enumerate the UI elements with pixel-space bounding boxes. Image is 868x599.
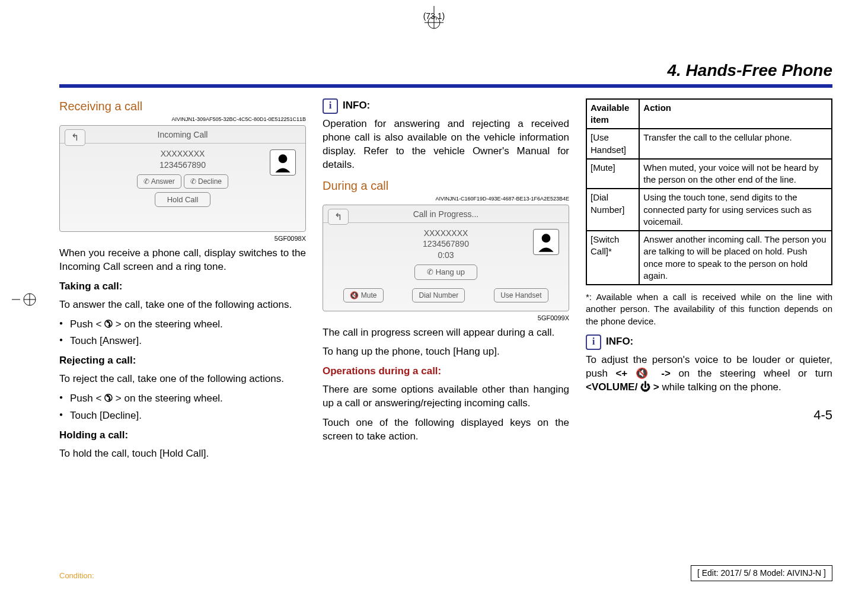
column-1: Receiving a call AIVINJN1-309AF505-32BC-…: [59, 98, 306, 467]
svg-point-9: [542, 234, 551, 243]
fig2-number: 1234567890: [323, 238, 569, 250]
heading-holding-call: Holding a call:: [59, 429, 306, 442]
fig1-name: XXXXXXXX: [60, 148, 305, 160]
switch-call-footnote: *: Available when a call is received whi…: [586, 291, 832, 327]
info-label: INFO:: [343, 99, 370, 113]
heading-taking-call: Taking a call:: [59, 280, 306, 294]
figure-call-progress: ↰ Call in Progress... XXXXXXXX 123456789…: [323, 205, 569, 311]
back-icon: ↰: [65, 129, 85, 146]
col1-para1: When you receive a phone call, display s…: [59, 247, 306, 274]
col3-info-text: To adjust the person's voice to be loude…: [586, 353, 832, 394]
info-box-2: i INFO:: [586, 334, 832, 350]
cell-dial-number: [Dial Number]: [586, 189, 639, 231]
bullet-push-answer: Push < ✆ > on the steering wheel.: [59, 318, 306, 332]
col2-para1: Operation for answering and rejecting a …: [323, 117, 569, 172]
col2-para2: The call in progress screen will appear …: [323, 326, 569, 340]
fig2-time: 0:03: [323, 250, 569, 261]
avatar-icon: [270, 149, 296, 176]
guid-1: AIVINJN1-309AF505-32BC-4C5C-80D1-0E51225…: [59, 116, 306, 123]
fig2-handset-btn: Use Handset: [494, 288, 548, 302]
fig2-name: XXXXXXXX: [323, 228, 569, 239]
table-row: [Dial Number] Using the touch tone, send…: [586, 189, 832, 231]
page-number: 4-5: [586, 406, 832, 424]
fig2-title: Call in Progress...: [323, 205, 569, 223]
cell-use-handset-action: Transfer the call to the cellular phone.: [639, 129, 832, 159]
fig1-code: 5GF0098X: [59, 234, 306, 243]
col2-para5: Touch one of the following displayed key…: [323, 416, 569, 444]
fig2-mute-btn: 🔇 Mute: [343, 288, 383, 302]
column-2: i INFO: Operation for answering and reje…: [323, 98, 569, 467]
bullet-push-decline: Push < ✆ > on the steering wheel.: [59, 392, 306, 406]
column-3: Available item Action [Use Handset] Tran…: [586, 98, 832, 467]
col2-para3: To hang up the phone, touch [Hang up].: [323, 345, 569, 359]
power-icon: ⏻: [640, 381, 650, 393]
edit-info: [ Edit: 2017/ 5/ 8 Model: AIVINJ-N ]: [691, 565, 832, 581]
actions-table: Available item Action [Use Handset] Tran…: [586, 98, 832, 285]
sub-operations: Operations during a call:: [323, 365, 569, 378]
cell-switch-call: [Switch Call]*: [586, 231, 639, 285]
section-during-call: During a call: [323, 178, 569, 194]
info-box-1: i INFO:: [323, 98, 569, 114]
back-icon: ↰: [328, 209, 349, 225]
avatar-icon: [533, 229, 559, 255]
fig1-number: 1234567890: [60, 160, 305, 171]
crop-mark-top: [416, 6, 452, 30]
fig1-answer-btn: ✆ Answer: [137, 174, 181, 189]
cell-mute-action: When muted, your voice will not be heard…: [639, 159, 832, 189]
fig1-decline-btn: ✆ Decline: [184, 174, 228, 189]
cell-switch-call-action: Answer another incoming call. The person…: [639, 231, 832, 285]
table-row: [Switch Call]* Answer another incoming c…: [586, 231, 832, 285]
phone-icon: ✆: [104, 318, 113, 332]
fig2-dial-btn: Dial Number: [412, 288, 465, 302]
phone-icon: ✆: [104, 392, 113, 406]
blue-divider: [59, 84, 832, 88]
col2-para4: There are some options available other t…: [323, 383, 569, 410]
bullet-touch-answer: Touch [Answer].: [59, 334, 306, 348]
col1-para3: To reject the call, take one of the foll…: [59, 372, 306, 386]
crop-mark-left: [12, 282, 42, 317]
th-available-item: Available item: [586, 99, 639, 129]
guid-2: AIVINJN1-C160F19D-493E-4687-BE13-1F6A2E5…: [323, 195, 569, 202]
figure-incoming-call: ↰ Incoming Call XXXXXXXX 1234567890 ✆ An…: [59, 125, 306, 232]
fig2-hangup-btn: ✆ Hang up: [414, 265, 477, 280]
info-icon: i: [586, 334, 601, 350]
svg-point-8: [279, 154, 288, 163]
col1-para4: To hold the call, touch [Hold Call].: [59, 447, 306, 461]
speaker-icon: 🔇: [636, 368, 653, 379]
col1-para2: To answer the call, take one of the foll…: [59, 298, 306, 312]
fig1-hold-btn: Hold Call: [155, 192, 211, 208]
cell-use-handset: [Use Handset]: [586, 129, 639, 159]
section-receiving-call: Receiving a call: [59, 98, 306, 114]
fig2-code: 5GF0099X: [323, 314, 569, 323]
th-action: Action: [639, 99, 832, 129]
fig1-title: Incoming Call: [60, 126, 305, 144]
table-row: [Mute] When muted, your voice will not b…: [586, 159, 832, 189]
content-columns: Receiving a call AIVINJN1-309AF505-32BC-…: [59, 98, 832, 467]
cell-mute: [Mute]: [586, 159, 639, 189]
info-label: INFO:: [606, 335, 633, 349]
cell-dial-number-action: Using the touch tone, send digits to the…: [639, 189, 832, 231]
condition-label: Condition:: [59, 571, 94, 581]
chapter-title: 4. Hands-Free Phone: [59, 59, 832, 82]
table-row: [Use Handset] Transfer the call to the c…: [586, 129, 832, 159]
heading-rejecting-call: Rejecting a call:: [59, 354, 306, 368]
info-icon: i: [323, 98, 338, 114]
bullet-touch-decline: Touch [Decline].: [59, 409, 306, 423]
